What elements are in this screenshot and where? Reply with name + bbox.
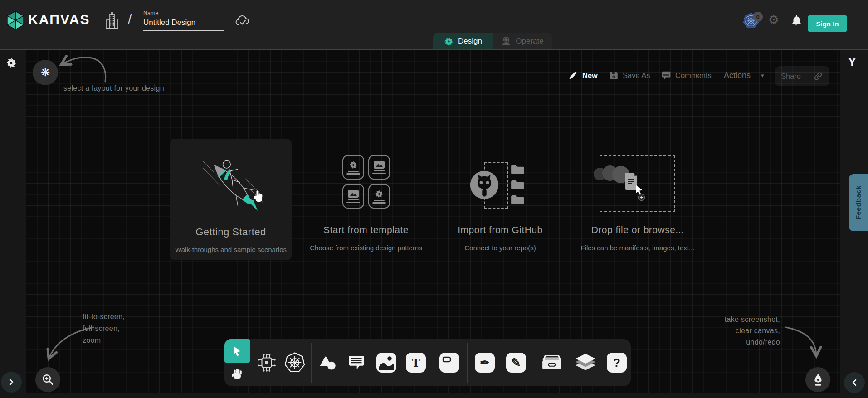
folder-icon: [511, 194, 525, 205]
design-name-input[interactable]: [143, 18, 224, 31]
note-tool[interactable]: [439, 353, 459, 373]
hint-fit-to-screen: fit-to-screen,: [83, 313, 125, 321]
tab-operate[interactable]: Operate: [493, 33, 552, 50]
comments-label: Comments: [675, 71, 712, 80]
kubernetes-helm-icon: [284, 352, 305, 373]
floppy-save-icon: [609, 71, 619, 80]
chevron-right-icon: [8, 378, 15, 386]
yaml-view-icon[interactable]: Y: [848, 55, 856, 69]
card-import-from-github[interactable]: Import from GitHub Connect to your repo(…: [439, 137, 561, 260]
pencil-tool-tile: ✎: [506, 353, 526, 373]
comment-bubble-icon: [348, 354, 365, 371]
toolbar-divider: [534, 343, 534, 383]
add-plus-badge: +: [638, 194, 645, 201]
card-title: Import from GitHub: [439, 224, 561, 235]
github-octocat-icon: [469, 170, 500, 200]
layers-tool[interactable]: [575, 353, 596, 372]
hint-undo-redo: undo/redo: [689, 338, 780, 346]
card-subtitle: Connect to your repo(s): [439, 244, 561, 252]
share-button[interactable]: Share: [775, 66, 829, 86]
magnifier-plus-icon: [41, 373, 54, 386]
hint-clear-canvas: clear canvas,: [689, 327, 780, 335]
select-cursor-icon: [232, 345, 243, 357]
actions-dropdown[interactable]: Actions ▾: [724, 65, 764, 85]
tab-design-label: Design: [458, 37, 482, 46]
app-root: KAΠVAS / Name Design: [0, 0, 868, 398]
left-rail: [0, 50, 26, 393]
pan-tool[interactable]: [224, 363, 250, 386]
chevron-left-icon: [851, 379, 858, 387]
image-icon: [348, 190, 359, 198]
expand-left-panel-button[interactable]: [1, 372, 22, 393]
chip-component-icon: [257, 353, 276, 372]
hand-pan-icon: [231, 368, 244, 381]
card-drop-file[interactable]: + Drop file or browse... Files can be ma…: [576, 137, 699, 260]
hint-full-screen: full-screen,: [83, 325, 120, 333]
image-icon: [374, 161, 385, 169]
help-glyph: ?: [613, 356, 620, 370]
note-icon: [439, 353, 459, 373]
layout-hint-text: select a layout for your design: [63, 84, 164, 92]
tab-design[interactable]: Design: [433, 33, 493, 50]
save-as-button[interactable]: Save As: [609, 65, 650, 85]
card-title: Start from template: [305, 224, 427, 235]
organization-icon[interactable]: [105, 12, 119, 30]
component-tool[interactable]: [257, 353, 276, 372]
tab-operate-label: Operate: [516, 37, 543, 46]
notifications-bell-icon[interactable]: [789, 13, 803, 27]
drop-cursor-icon: [634, 184, 644, 195]
zoom-controls-button[interactable]: [35, 367, 60, 392]
select-tool[interactable]: [224, 339, 250, 363]
comments-button[interactable]: Comments: [661, 65, 712, 85]
new-label: New: [582, 71, 598, 80]
spiral-icon: [375, 189, 384, 199]
chevron-down-icon: ▾: [761, 72, 764, 79]
card-title: Getting Started: [170, 226, 292, 238]
text-tool[interactable]: T: [406, 353, 426, 373]
mode-tabs: Design Operate: [433, 33, 552, 50]
folder-icon: [511, 164, 525, 175]
hint-zoom: zoom: [83, 336, 101, 345]
shapes-icon: [318, 355, 336, 370]
logo-wordmark[interactable]: KAΠVAS: [28, 12, 90, 27]
help-tool[interactable]: ?: [607, 353, 627, 373]
image-tool[interactable]: [376, 353, 396, 373]
layout-selector-button[interactable]: ❋: [33, 60, 58, 85]
feedback-label: Feedback: [854, 185, 863, 220]
new-design-button[interactable]: New: [568, 65, 598, 85]
card-start-from-template[interactable]: Start from template Choose from existing…: [305, 137, 427, 260]
card-getting-started[interactable]: Getting Started Walk-throughs and sample…: [170, 139, 292, 260]
shapes-tool[interactable]: [318, 355, 336, 370]
pen-tool-tile: ✒: [475, 353, 495, 373]
settings-gear-icon[interactable]: ⚙: [768, 13, 779, 27]
toolbar-divider: [311, 343, 312, 383]
design-spiral-icon: [444, 36, 454, 47]
card-subtitle: Walk-throughs and sample scenarios: [170, 246, 292, 253]
note-tool-tile: [439, 353, 459, 373]
feedback-tab[interactable]: Feedback: [849, 174, 868, 231]
layout-burst-icon: ❋: [41, 66, 50, 79]
app-header: KAΠVAS / Name Design: [0, 0, 868, 50]
template-tile: [368, 155, 390, 180]
design-toolbar: T ✒ ✎: [224, 339, 631, 386]
image-tool-tile: [376, 353, 396, 373]
pen-annotation-button[interactable]: [805, 367, 830, 392]
breadcrumb-separator: /: [128, 12, 132, 27]
meshery-spiral-icon[interactable]: [5, 57, 17, 69]
operate-headset-icon: [501, 36, 512, 47]
toolbar-divider: [467, 343, 468, 383]
expand-right-panel-button[interactable]: [844, 372, 865, 393]
hand-cursor: [253, 189, 264, 203]
template-tile: [342, 184, 364, 209]
import-drawer-tool[interactable]: [541, 354, 563, 371]
sign-in-button[interactable]: Sign In: [808, 15, 847, 32]
help-tool-tile: ?: [607, 353, 627, 373]
pen-path-tool[interactable]: ✒: [475, 353, 495, 373]
comment-tool[interactable]: [348, 354, 365, 371]
text-tool-glyph: T: [412, 356, 420, 370]
pencil-tool-glyph: ✎: [511, 356, 521, 370]
freehand-draw-tool[interactable]: ✎: [506, 353, 526, 373]
kubernetes-tool[interactable]: [284, 352, 305, 373]
card-subtitle: Files can be manifests, images, text...: [576, 244, 699, 252]
kanvas-logo-icon[interactable]: [5, 10, 25, 31]
